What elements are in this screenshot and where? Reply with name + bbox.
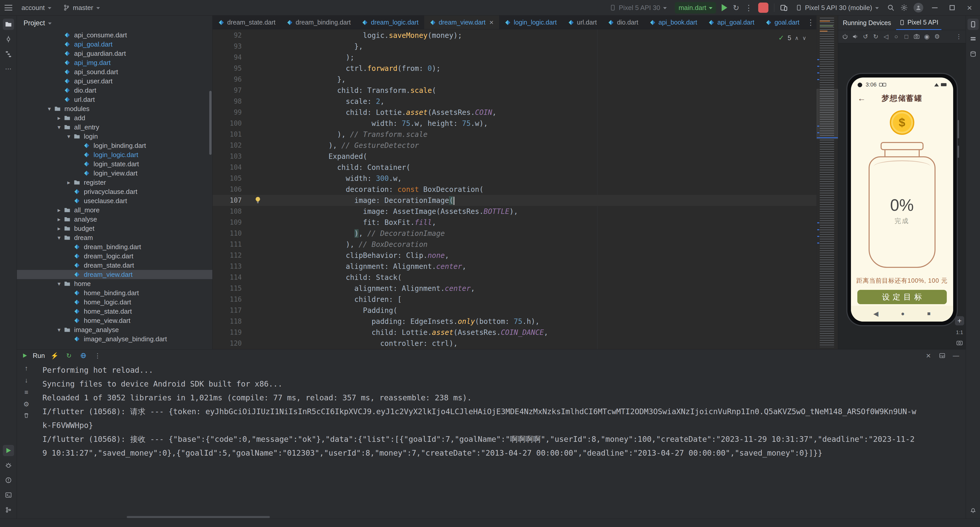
stage-screenshot-icon[interactable] [956, 340, 963, 346]
devtools-icon[interactable] [79, 351, 88, 360]
layout-settings-icon[interactable] [937, 351, 947, 360]
tree-file-useclause-dart[interactable]: useclause.dart [17, 196, 212, 205]
tab-close-icon[interactable]: × [489, 18, 493, 27]
hide-panel-icon[interactable]: — [951, 351, 961, 360]
tree-folder-analyse[interactable]: ▸analyse [17, 215, 212, 224]
code-line-105[interactable]: 105 width: 300.w, [213, 173, 816, 184]
tab-list-icon[interactable]: ⋮ [805, 16, 816, 29]
code-line-100[interactable]: 100 width: 75.w, height: 75.w), [213, 118, 816, 129]
tree-file-image_analyse_binding-dart[interactable]: image_analyse_binding.dart [17, 334, 212, 343]
set-goal-button[interactable]: 设定目标 [858, 290, 947, 304]
code-line-116[interactable]: 116 children: [ [213, 294, 816, 305]
tree-folder-all_entry[interactable]: ▾all_entry [17, 123, 212, 132]
run-button[interactable] [722, 4, 727, 11]
tree-folder-register[interactable]: ▸register [17, 178, 212, 187]
code-line-96[interactable]: 96 }, [213, 74, 816, 85]
zoom-in-button[interactable]: + [955, 316, 964, 326]
device-selector-disabled[interactable]: Pixel 5 API 30 [607, 2, 670, 13]
code-line-120[interactable]: 120 controller: ctrl), [213, 338, 816, 349]
tree-file-dream_view-dart[interactable]: dream_view.dart [17, 270, 212, 279]
running-devices-tool-icon[interactable] [967, 19, 979, 30]
running-device-selector[interactable]: Pixel 5 API 30 (mobile) [793, 2, 881, 13]
tree-file-api_user-dart[interactable]: api_user.dart [17, 77, 212, 86]
editor-tab-dream_binding-dart[interactable]: dream_binding.dart [281, 16, 356, 29]
tree-file-home_binding-dart[interactable]: home_binding.dart [17, 288, 212, 297]
console-hscrollbar[interactable] [127, 516, 270, 518]
code-line-101[interactable]: 101 ), // Transform.scale [213, 129, 816, 140]
device-tab-pixel5[interactable]: Pixel 5 API [896, 16, 942, 30]
tree-file-dream_state-dart[interactable]: dream_state.dart [17, 261, 212, 270]
code-line-97[interactable]: 97 child: Transform.scale( [213, 85, 816, 96]
version-control-tool-icon[interactable] [3, 504, 14, 516]
tree-file-privacyclause-dart[interactable]: privacyclause.dart [17, 187, 212, 196]
branch-selector[interactable]: master [60, 2, 102, 13]
window-close-button[interactable]: × [964, 2, 975, 14]
intention-bulb-icon[interactable] [254, 196, 262, 204]
stop-button[interactable] [758, 3, 768, 13]
tree-folder-image_analyse[interactable]: ▾image_analyse [17, 325, 212, 334]
code-line-103[interactable]: 103 Expanded( [213, 151, 816, 162]
run-tool-icon[interactable] [3, 445, 14, 456]
editor-tab-dream_view-dart[interactable]: dream_view.dart× [424, 16, 500, 29]
coin-icon[interactable]: $ [890, 110, 914, 135]
structure-tool-icon[interactable] [3, 48, 14, 60]
nav-back-icon[interactable]: ◀ [873, 310, 878, 318]
app-back-icon[interactable]: ← [858, 94, 866, 103]
more-tool-windows-icon[interactable]: ⋯ [3, 63, 14, 75]
emulator-settings-icon[interactable]: ⚙ [932, 32, 942, 42]
window-minimize-button[interactable] [929, 2, 941, 14]
code-line-107[interactable]: 107 image: DecorationImage( [213, 195, 816, 206]
code-line-117[interactable]: 117 Padding( [213, 305, 816, 316]
scroll-to-top-icon[interactable]: ↑ [25, 364, 28, 372]
search-icon[interactable] [887, 4, 895, 11]
editor-tab-dream_state-dart[interactable]: dream_state.dart [213, 16, 281, 29]
screenshot-icon[interactable] [912, 32, 921, 42]
code-line-93[interactable]: 93 }, [213, 41, 816, 52]
code-line-108[interactable]: 108 image: AssetImage(AssetsRes.BOTTLE), [213, 206, 816, 217]
tree-file-home_state-dart[interactable]: home_state.dart [17, 307, 212, 316]
home-icon[interactable]: ○ [891, 32, 901, 42]
tree-file-dream_binding-dart[interactable]: dream_binding.dart [17, 242, 212, 251]
code-line-119[interactable]: 119 child: Lottie.asset(AssetsRes.COIN_D… [213, 327, 816, 338]
debug-tool-icon[interactable] [3, 460, 14, 471]
tree-file-url-dart[interactable]: url.dart [17, 95, 212, 104]
code-line-98[interactable]: 98 scale: 2, [213, 96, 816, 107]
problems-tool-icon[interactable] [3, 474, 14, 486]
device-manager-tool-icon[interactable] [967, 34, 979, 45]
console-settings-icon[interactable]: ⚙ [23, 400, 29, 408]
power-icon[interactable] [840, 32, 850, 42]
tree-file-api_img-dart[interactable]: api_img.dart [17, 58, 212, 67]
minimap-viewport[interactable] [817, 89, 838, 139]
run-configuration-selector[interactable]: main.dart [675, 2, 716, 14]
tree-file-dream_logic-dart[interactable]: dream_logic.dart [17, 251, 212, 261]
nav-recents-icon[interactable]: ■ [927, 310, 931, 317]
profile-avatar[interactable] [913, 3, 923, 13]
code-line-114[interactable]: 114 child: Stack( [213, 272, 816, 283]
code-line-104[interactable]: 104 child: Container( [213, 162, 816, 173]
tree-file-login_view-dart[interactable]: login_view.dart [17, 169, 212, 178]
clear-console-icon[interactable] [23, 412, 29, 418]
overview-icon[interactable]: □ [902, 32, 911, 42]
gradle-tool-icon[interactable] [967, 48, 979, 60]
tree-file-dio-dart[interactable]: dio.dart [17, 86, 212, 95]
code-line-106[interactable]: 106 decoration: const BoxDecoration( [213, 184, 816, 195]
volume-icon[interactable] [850, 32, 860, 42]
back-icon[interactable]: ◁ [881, 32, 891, 42]
window-maximize-button[interactable] [946, 2, 958, 14]
tree-folder-budget[interactable]: ▸budget [17, 224, 212, 233]
project-tool-icon[interactable] [3, 19, 14, 30]
editor-tab-api_goal-dart[interactable]: api_goal.dart [703, 16, 760, 29]
scroll-to-end-icon[interactable]: ↓ [25, 376, 28, 384]
device-mirroring-icon[interactable] [780, 4, 788, 11]
main-menu-icon[interactable] [5, 5, 12, 11]
emulator-more-icon[interactable]: ⋮ [954, 32, 964, 42]
tree-file-login_binding-dart[interactable]: login_binding.dart [17, 141, 212, 150]
code-line-102[interactable]: 102 ), // GestureDetector [213, 140, 816, 151]
code-line-112[interactable]: 112 clipBehavior: Clip.none, [213, 250, 816, 261]
editor-tab-goal-dart[interactable]: goal.dart [760, 16, 805, 29]
editor-tab-dio-dart[interactable]: dio.dart [602, 16, 644, 29]
code-line-111[interactable]: 111 ), // BoxDecoration [213, 239, 816, 250]
tree-file-login_logic-dart[interactable]: login_logic.dart [17, 150, 212, 160]
tree-file-api_guardian-dart[interactable]: api_guardian.dart [17, 49, 212, 58]
commit-tool-icon[interactable] [3, 34, 14, 45]
